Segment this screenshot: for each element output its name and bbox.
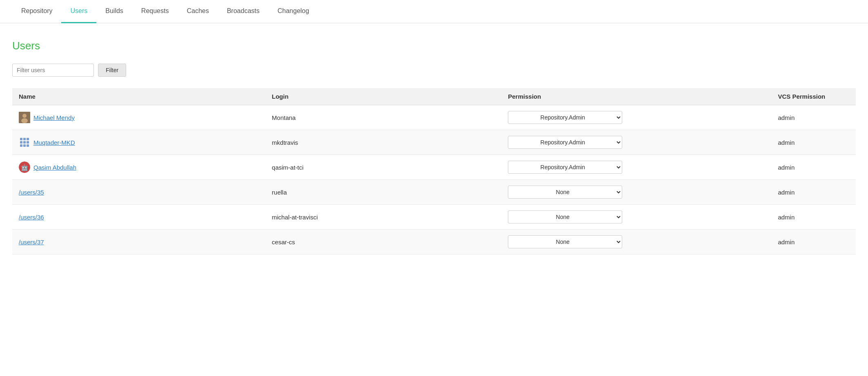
main-content: Users Filter Name Login Permission VCS P… [0, 23, 868, 271]
filter-section: Filter [12, 64, 856, 77]
user-login: mkdtravis [265, 130, 501, 155]
table-row: /users/36michal-at-travisciNoneRepositor… [12, 205, 856, 230]
permission-select[interactable]: NoneRepository.AdminRepository.WriteRepo… [508, 210, 622, 223]
vcs-permission: admin [771, 230, 856, 254]
navigation-tabs: RepositoryUsersBuildsRequestsCachesBroad… [0, 0, 868, 23]
user-name-link[interactable]: /users/36 [19, 214, 44, 221]
permission-select[interactable]: NoneRepository.AdminRepository.WriteRepo… [508, 186, 622, 199]
vcs-permission: admin [771, 105, 856, 130]
vcs-permission: admin [771, 180, 856, 205]
filter-button[interactable]: Filter [98, 64, 126, 77]
users-tbody: Michael MendyMontanaNoneRepository.Admin… [12, 105, 856, 254]
table-row: /users/37cesar-csNoneRepository.AdminRep… [12, 230, 856, 254]
user-name-link[interactable]: /users/35 [19, 189, 44, 196]
tab-repository[interactable]: Repository [12, 0, 61, 23]
col-header-name: Name [12, 88, 265, 105]
col-header-permission: Permission [501, 88, 771, 105]
permission-select[interactable]: NoneRepository.AdminRepository.WriteRepo… [508, 161, 622, 174]
user-login: michal-at-travisci [265, 205, 501, 230]
tab-builds[interactable]: Builds [96, 0, 132, 23]
user-login: qasim-at-tci [265, 155, 501, 180]
user-name-cell: Muqtader-MKD [19, 137, 259, 148]
user-name-cell: /users/35 [19, 189, 259, 196]
users-table: Name Login Permission VCS Permission Mic… [12, 88, 856, 254]
tab-caches[interactable]: Caches [178, 0, 218, 23]
user-name-link[interactable]: Michael Mendy [33, 114, 75, 121]
tab-users[interactable]: Users [61, 0, 96, 23]
tab-changelog[interactable]: Changelog [269, 0, 318, 23]
svg-text:🤖: 🤖 [20, 164, 29, 171]
table-row: /users/35ruellaNoneRepository.AdminRepos… [12, 180, 856, 205]
table-row: 🤖 Qasim Abdullahqasim-at-tciNoneReposito… [12, 155, 856, 180]
permission-select[interactable]: NoneRepository.AdminRepository.WriteRepo… [508, 235, 622, 248]
table-row: Muqtader-MKDmkdtravisNoneRepository.Admi… [12, 130, 856, 155]
user-name-cell: 🤖 Qasim Abdullah [19, 161, 259, 173]
avatar [19, 137, 30, 148]
vcs-permission: admin [771, 155, 856, 180]
table-row: Michael MendyMontanaNoneRepository.Admin… [12, 105, 856, 130]
tab-requests[interactable]: Requests [132, 0, 178, 23]
user-name-cell: Michael Mendy [19, 112, 259, 123]
user-login: Montana [265, 105, 501, 130]
table-header: Name Login Permission VCS Permission [12, 88, 856, 105]
permission-select[interactable]: NoneRepository.AdminRepository.WriteRepo… [508, 111, 622, 124]
user-name-link[interactable]: /users/37 [19, 239, 44, 246]
col-header-login: Login [265, 88, 501, 105]
permission-select[interactable]: NoneRepository.AdminRepository.WriteRepo… [508, 136, 622, 149]
vcs-permission: admin [771, 205, 856, 230]
user-name-link[interactable]: Muqtader-MKD [33, 139, 75, 146]
avatar: 🤖 [19, 161, 30, 173]
svg-point-2 [21, 118, 28, 123]
svg-point-1 [22, 114, 27, 118]
page-title: Users [12, 40, 856, 52]
user-name-link[interactable]: Qasim Abdullah [33, 164, 76, 171]
filter-input[interactable] [12, 64, 94, 77]
user-login: cesar-cs [265, 230, 501, 254]
user-login: ruella [265, 180, 501, 205]
col-header-vcs-permission: VCS Permission [771, 88, 856, 105]
user-name-cell: /users/37 [19, 239, 259, 246]
vcs-permission: admin [771, 130, 856, 155]
avatar [19, 112, 30, 123]
tab-broadcasts[interactable]: Broadcasts [218, 0, 269, 23]
user-name-cell: /users/36 [19, 214, 259, 221]
